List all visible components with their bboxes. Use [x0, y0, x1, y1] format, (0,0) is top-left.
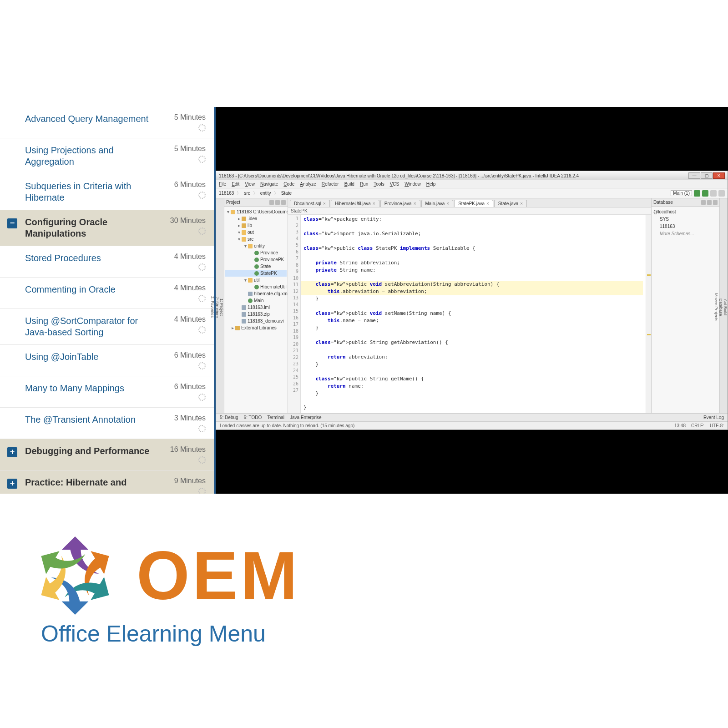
code-content[interactable]: class="kw">package entity; class="kw">im…: [301, 215, 646, 413]
editor-tab[interactable]: Dbcalhost.sql×: [290, 200, 330, 207]
code-line[interactable]: }: [303, 404, 643, 411]
menu-file[interactable]: File: [219, 182, 226, 187]
menu-refactor[interactable]: Refactor: [322, 182, 339, 187]
database-tree[interactable]: @localhost SYS 118163More Schemas...: [652, 207, 719, 239]
collapse-icon[interactable]: [275, 200, 280, 205]
expand-icon[interactable]: +: [7, 479, 17, 489]
course-lesson[interactable]: Subqueries in Criteria with Hibernate6 M…: [0, 174, 214, 210]
close-tab-icon[interactable]: ×: [486, 201, 489, 206]
editor-tab[interactable]: HibernateUtil.java×: [331, 200, 379, 207]
tree-root[interactable]: ▾118163 C:\Users\Documents...: [225, 208, 287, 215]
course-lesson[interactable]: Stored Procedures4 Minutes: [0, 246, 214, 278]
course-section[interactable]: +Practice: Hibernate and9 Minutes: [0, 470, 214, 494]
code-line[interactable]: [303, 397, 643, 404]
db-node[interactable]: @localhost: [653, 208, 718, 216]
tree-node[interactable]: ▾util: [225, 277, 287, 283]
close-tab-icon[interactable]: ×: [520, 201, 523, 206]
editor-tab[interactable]: Province.java×: [380, 200, 420, 207]
run-config-select[interactable]: Main (1): [671, 190, 692, 196]
code-line[interactable]: return abbreviation;: [303, 354, 643, 361]
course-section[interactable]: +Debugging and Performance16 Minutes: [0, 439, 214, 470]
code-line[interactable]: [303, 238, 643, 245]
db-node[interactable]: More Schemas...: [653, 230, 718, 238]
bottom-tool-tab[interactable]: Terminal: [267, 415, 284, 420]
code-line[interactable]: return name;: [303, 383, 643, 390]
code-line[interactable]: [303, 303, 643, 310]
menu-build[interactable]: Build: [344, 182, 354, 187]
course-lesson[interactable]: The @Transient Annotation3 Minutes: [0, 408, 214, 439]
tree-node[interactable]: 118163.iml: [225, 304, 287, 311]
status-line-sep[interactable]: CRLF:: [691, 423, 704, 428]
course-lesson[interactable]: Commenting in Oracle4 Minutes: [0, 278, 214, 309]
gear-icon[interactable]: [713, 200, 718, 205]
nav-crumb[interactable]: entity: [260, 191, 271, 196]
run-icon[interactable]: [694, 190, 700, 197]
close-tab-icon[interactable]: ×: [446, 201, 449, 206]
code-editor[interactable]: 1234567891011121314151617181920212223242…: [288, 215, 651, 413]
code-line[interactable]: class="kw">public class StatePK implemen…: [303, 245, 643, 252]
tree-node[interactable]: ▸.idea: [225, 215, 287, 222]
bottom-tool-tab[interactable]: 5: Debug: [220, 415, 238, 420]
code-line[interactable]: }: [303, 295, 643, 303]
course-lesson[interactable]: Many to Many Mappings6 Minutes: [0, 376, 214, 408]
menu-edit[interactable]: Edit: [232, 182, 239, 187]
maximize-button[interactable]: ▢: [701, 172, 713, 179]
course-section[interactable]: −Configuring Oracle Manipulations30 Minu…: [0, 210, 214, 246]
code-line[interactable]: }: [303, 324, 643, 332]
tree-node[interactable]: 118163_demo.avi: [225, 318, 287, 324]
menu-view[interactable]: View: [245, 182, 255, 187]
course-lesson[interactable]: Using @JoinTable6 Minutes: [0, 345, 214, 376]
close-button[interactable]: ✕: [713, 172, 725, 179]
tree-node[interactable]: HibernateUtil: [225, 283, 287, 290]
menu-run[interactable]: Run: [360, 182, 368, 187]
project-tree[interactable]: ▾118163 C:\Users\Documents...▸.idea▸lib▾…: [224, 207, 288, 413]
add-icon[interactable]: [701, 200, 706, 205]
code-line[interactable]: class="kw">import java.io.Serializable;: [303, 230, 643, 238]
code-line[interactable]: class="kw">package entity;: [303, 216, 643, 223]
error-stripe[interactable]: [646, 215, 651, 413]
menu-tools[interactable]: Tools: [374, 182, 384, 187]
code-line[interactable]: [303, 368, 643, 375]
nav-crumb[interactable]: State: [281, 191, 292, 196]
db-node[interactable]: 118163: [653, 223, 718, 230]
tree-node[interactable]: Province: [225, 249, 287, 256]
bottom-tool-tab[interactable]: Java Enterprise: [290, 415, 321, 420]
code-line[interactable]: class="kw">public void setAbbreviation(S…: [301, 281, 643, 288]
code-line[interactable]: class="kw">public String getName() {: [303, 375, 643, 383]
tree-node[interactable]: hibernate.cfg.xml: [225, 290, 287, 297]
code-line[interactable]: this.name = name;: [303, 317, 643, 324]
code-line[interactable]: private String name;: [303, 267, 643, 274]
tree-node[interactable]: ▸lib: [225, 222, 287, 229]
tool-tab[interactable]: Database: [718, 205, 723, 410]
expand-icon[interactable]: +: [7, 447, 17, 457]
course-lesson[interactable]: Using Projections and Aggregation5 Minut…: [0, 138, 214, 174]
bottom-tool-tab[interactable]: 6: TODO: [244, 415, 262, 420]
tool-tab[interactable]: 1: Project: [219, 205, 224, 410]
db-node[interactable]: SYS: [653, 216, 718, 223]
editor-tab[interactable]: Main.java×: [421, 200, 454, 207]
code-line[interactable]: [303, 274, 643, 281]
search-icon[interactable]: [718, 190, 725, 197]
nav-crumb[interactable]: src: [244, 191, 250, 196]
tree-node[interactable]: ▾src: [225, 236, 287, 243]
gear-icon[interactable]: [269, 200, 274, 205]
code-line[interactable]: this.abbreviation = abbreviation;: [301, 288, 643, 295]
course-lesson[interactable]: Using @SortComparator for Java-based Sor…: [0, 309, 214, 345]
code-line[interactable]: private String abbreviation;: [303, 259, 643, 267]
refresh-icon[interactable]: [707, 200, 712, 205]
menu-navigate[interactable]: Navigate: [260, 182, 278, 187]
tool-tab[interactable]: 7: Structure: [215, 205, 219, 410]
minimize-button[interactable]: —: [688, 172, 700, 179]
tree-node[interactable]: 118163.zip: [225, 311, 287, 318]
tree-node[interactable]: ▸External Libraries: [225, 324, 287, 331]
code-line[interactable]: [303, 252, 643, 259]
code-line[interactable]: }: [303, 390, 643, 397]
code-line[interactable]: class="kw">public String getAbbreviation…: [303, 339, 643, 346]
left-tool-rail[interactable]: 1: Project7: Structure2: Favorites: [216, 198, 224, 413]
tree-node[interactable]: ▾entity: [225, 243, 287, 249]
course-lesson[interactable]: Advanced Query Management5 Minutes: [0, 107, 214, 138]
code-line[interactable]: }: [303, 361, 643, 368]
code-line[interactable]: [303, 223, 643, 230]
close-tab-icon[interactable]: ×: [414, 201, 416, 206]
menu-help[interactable]: Help: [426, 182, 436, 187]
